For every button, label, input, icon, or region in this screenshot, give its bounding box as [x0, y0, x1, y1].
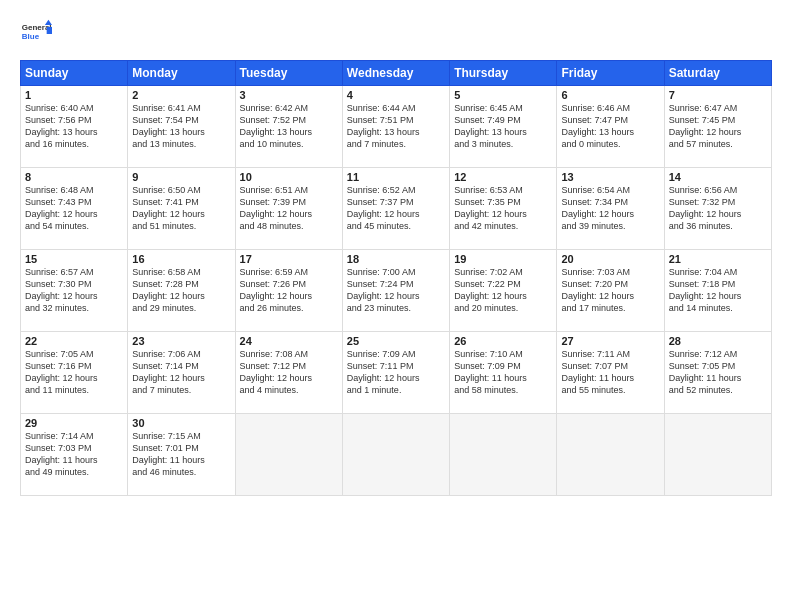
calendar-day-cell: 15Sunrise: 6:57 AM Sunset: 7:30 PM Dayli…	[21, 250, 128, 332]
day-detail: Sunrise: 6:46 AM Sunset: 7:47 PM Dayligh…	[561, 102, 659, 151]
calendar-day-cell: 25Sunrise: 7:09 AM Sunset: 7:11 PM Dayli…	[342, 332, 449, 414]
day-number: 5	[454, 89, 552, 101]
calendar-day-cell: 1Sunrise: 6:40 AM Sunset: 7:56 PM Daylig…	[21, 86, 128, 168]
day-number: 12	[454, 171, 552, 183]
day-number: 10	[240, 171, 338, 183]
calendar-day-cell: 18Sunrise: 7:00 AM Sunset: 7:24 PM Dayli…	[342, 250, 449, 332]
calendar-day-cell: 19Sunrise: 7:02 AM Sunset: 7:22 PM Dayli…	[450, 250, 557, 332]
day-number: 13	[561, 171, 659, 183]
calendar-week-row: 29Sunrise: 7:14 AM Sunset: 7:03 PM Dayli…	[21, 414, 772, 496]
calendar-day-cell: 17Sunrise: 6:59 AM Sunset: 7:26 PM Dayli…	[235, 250, 342, 332]
svg-marker-4	[47, 27, 52, 34]
day-detail: Sunrise: 6:51 AM Sunset: 7:39 PM Dayligh…	[240, 184, 338, 233]
day-number: 24	[240, 335, 338, 347]
calendar-day-cell	[342, 414, 449, 496]
day-detail: Sunrise: 7:15 AM Sunset: 7:01 PM Dayligh…	[132, 430, 230, 479]
day-detail: Sunrise: 7:05 AM Sunset: 7:16 PM Dayligh…	[25, 348, 123, 397]
day-detail: Sunrise: 6:58 AM Sunset: 7:28 PM Dayligh…	[132, 266, 230, 315]
calendar-header-thursday: Thursday	[450, 61, 557, 86]
day-detail: Sunrise: 6:44 AM Sunset: 7:51 PM Dayligh…	[347, 102, 445, 151]
day-detail: Sunrise: 6:53 AM Sunset: 7:35 PM Dayligh…	[454, 184, 552, 233]
calendar-header-saturday: Saturday	[664, 61, 771, 86]
day-detail: Sunrise: 7:08 AM Sunset: 7:12 PM Dayligh…	[240, 348, 338, 397]
day-detail: Sunrise: 6:45 AM Sunset: 7:49 PM Dayligh…	[454, 102, 552, 151]
calendar-header-sunday: Sunday	[21, 61, 128, 86]
day-number: 16	[132, 253, 230, 265]
calendar-day-cell: 24Sunrise: 7:08 AM Sunset: 7:12 PM Dayli…	[235, 332, 342, 414]
calendar-header-row: SundayMondayTuesdayWednesdayThursdayFrid…	[21, 61, 772, 86]
day-detail: Sunrise: 7:11 AM Sunset: 7:07 PM Dayligh…	[561, 348, 659, 397]
day-number: 7	[669, 89, 767, 101]
day-detail: Sunrise: 7:02 AM Sunset: 7:22 PM Dayligh…	[454, 266, 552, 315]
day-number: 1	[25, 89, 123, 101]
calendar-day-cell: 7Sunrise: 6:47 AM Sunset: 7:45 PM Daylig…	[664, 86, 771, 168]
day-detail: Sunrise: 7:04 AM Sunset: 7:18 PM Dayligh…	[669, 266, 767, 315]
calendar-day-cell: 27Sunrise: 7:11 AM Sunset: 7:07 PM Dayli…	[557, 332, 664, 414]
calendar-day-cell: 4Sunrise: 6:44 AM Sunset: 7:51 PM Daylig…	[342, 86, 449, 168]
calendar-day-cell: 29Sunrise: 7:14 AM Sunset: 7:03 PM Dayli…	[21, 414, 128, 496]
day-number: 8	[25, 171, 123, 183]
calendar-day-cell: 26Sunrise: 7:10 AM Sunset: 7:09 PM Dayli…	[450, 332, 557, 414]
day-detail: Sunrise: 7:12 AM Sunset: 7:05 PM Dayligh…	[669, 348, 767, 397]
day-number: 30	[132, 417, 230, 429]
day-detail: Sunrise: 7:14 AM Sunset: 7:03 PM Dayligh…	[25, 430, 123, 479]
calendar-day-cell: 6Sunrise: 6:46 AM Sunset: 7:47 PM Daylig…	[557, 86, 664, 168]
calendar-day-cell: 2Sunrise: 6:41 AM Sunset: 7:54 PM Daylig…	[128, 86, 235, 168]
calendar-day-cell: 28Sunrise: 7:12 AM Sunset: 7:05 PM Dayli…	[664, 332, 771, 414]
calendar-header-wednesday: Wednesday	[342, 61, 449, 86]
day-detail: Sunrise: 7:00 AM Sunset: 7:24 PM Dayligh…	[347, 266, 445, 315]
calendar-day-cell: 16Sunrise: 6:58 AM Sunset: 7:28 PM Dayli…	[128, 250, 235, 332]
calendar-table: SundayMondayTuesdayWednesdayThursdayFrid…	[20, 60, 772, 496]
calendar-day-cell	[557, 414, 664, 496]
day-detail: Sunrise: 6:54 AM Sunset: 7:34 PM Dayligh…	[561, 184, 659, 233]
calendar-day-cell: 22Sunrise: 7:05 AM Sunset: 7:16 PM Dayli…	[21, 332, 128, 414]
day-number: 3	[240, 89, 338, 101]
calendar-day-cell	[235, 414, 342, 496]
day-detail: Sunrise: 6:40 AM Sunset: 7:56 PM Dayligh…	[25, 102, 123, 151]
calendar-week-row: 15Sunrise: 6:57 AM Sunset: 7:30 PM Dayli…	[21, 250, 772, 332]
calendar-day-cell	[664, 414, 771, 496]
calendar-header-friday: Friday	[557, 61, 664, 86]
calendar-day-cell: 13Sunrise: 6:54 AM Sunset: 7:34 PM Dayli…	[557, 168, 664, 250]
calendar-day-cell: 3Sunrise: 6:42 AM Sunset: 7:52 PM Daylig…	[235, 86, 342, 168]
logo: General Blue	[20, 18, 52, 50]
day-number: 6	[561, 89, 659, 101]
calendar-day-cell: 30Sunrise: 7:15 AM Sunset: 7:01 PM Dayli…	[128, 414, 235, 496]
day-detail: Sunrise: 6:41 AM Sunset: 7:54 PM Dayligh…	[132, 102, 230, 151]
calendar-day-cell: 8Sunrise: 6:48 AM Sunset: 7:43 PM Daylig…	[21, 168, 128, 250]
day-detail: Sunrise: 6:57 AM Sunset: 7:30 PM Dayligh…	[25, 266, 123, 315]
calendar-day-cell: 21Sunrise: 7:04 AM Sunset: 7:18 PM Dayli…	[664, 250, 771, 332]
calendar-day-cell: 9Sunrise: 6:50 AM Sunset: 7:41 PM Daylig…	[128, 168, 235, 250]
calendar-header-tuesday: Tuesday	[235, 61, 342, 86]
day-number: 9	[132, 171, 230, 183]
day-number: 29	[25, 417, 123, 429]
calendar-day-cell: 12Sunrise: 6:53 AM Sunset: 7:35 PM Dayli…	[450, 168, 557, 250]
day-number: 23	[132, 335, 230, 347]
day-detail: Sunrise: 7:06 AM Sunset: 7:14 PM Dayligh…	[132, 348, 230, 397]
calendar-header-monday: Monday	[128, 61, 235, 86]
day-number: 22	[25, 335, 123, 347]
logo-icon: General Blue	[20, 18, 52, 50]
day-detail: Sunrise: 6:50 AM Sunset: 7:41 PM Dayligh…	[132, 184, 230, 233]
day-detail: Sunrise: 6:47 AM Sunset: 7:45 PM Dayligh…	[669, 102, 767, 151]
day-detail: Sunrise: 6:52 AM Sunset: 7:37 PM Dayligh…	[347, 184, 445, 233]
day-number: 20	[561, 253, 659, 265]
calendar-day-cell: 14Sunrise: 6:56 AM Sunset: 7:32 PM Dayli…	[664, 168, 771, 250]
calendar-day-cell: 20Sunrise: 7:03 AM Sunset: 7:20 PM Dayli…	[557, 250, 664, 332]
calendar-day-cell: 23Sunrise: 7:06 AM Sunset: 7:14 PM Dayli…	[128, 332, 235, 414]
day-number: 4	[347, 89, 445, 101]
day-number: 11	[347, 171, 445, 183]
calendar-week-row: 22Sunrise: 7:05 AM Sunset: 7:16 PM Dayli…	[21, 332, 772, 414]
calendar-day-cell: 5Sunrise: 6:45 AM Sunset: 7:49 PM Daylig…	[450, 86, 557, 168]
calendar-day-cell: 10Sunrise: 6:51 AM Sunset: 7:39 PM Dayli…	[235, 168, 342, 250]
day-detail: Sunrise: 6:56 AM Sunset: 7:32 PM Dayligh…	[669, 184, 767, 233]
svg-text:Blue: Blue	[22, 32, 40, 41]
day-number: 2	[132, 89, 230, 101]
day-detail: Sunrise: 6:48 AM Sunset: 7:43 PM Dayligh…	[25, 184, 123, 233]
day-number: 19	[454, 253, 552, 265]
day-number: 25	[347, 335, 445, 347]
calendar-day-cell: 11Sunrise: 6:52 AM Sunset: 7:37 PM Dayli…	[342, 168, 449, 250]
day-detail: Sunrise: 7:10 AM Sunset: 7:09 PM Dayligh…	[454, 348, 552, 397]
day-detail: Sunrise: 6:42 AM Sunset: 7:52 PM Dayligh…	[240, 102, 338, 151]
day-number: 15	[25, 253, 123, 265]
